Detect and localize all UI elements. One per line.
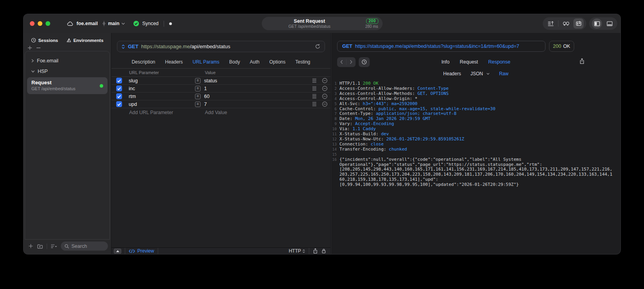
divider [125, 248, 125, 254]
param-value-field[interactable]: 60 [204, 94, 312, 99]
tab-request[interactable]: Request [460, 59, 478, 65]
tab-url-params[interactable]: URL Params [193, 59, 219, 65]
tab-json[interactable]: JSON [471, 71, 490, 76]
param-checkbox[interactable] [116, 93, 122, 99]
row-options-icon[interactable] [312, 86, 317, 91]
code-icon [129, 249, 135, 253]
history-forward-button[interactable] [347, 57, 356, 67]
editor-footer: Preview HTTP [111, 247, 330, 254]
response-line: 16{"incidents":null,"overall":{"code":"o… [331, 157, 620, 187]
status-code-badge: 200 [366, 18, 378, 24]
sent-request-subtitle: GET /api/embed/status [288, 24, 330, 29]
param-row: inc=1 [111, 85, 330, 93]
equals-chip-icon: = [195, 94, 201, 99]
request-item-title: Request [31, 80, 103, 86]
preview-button[interactable]: Preview [129, 248, 154, 254]
param-value-field[interactable]: 1 [204, 86, 312, 91]
param-value-field[interactable]: status [204, 78, 312, 84]
delete-row-icon[interactable] [322, 93, 328, 99]
clock-icon [31, 38, 36, 43]
param-value-field[interactable]: 7 [204, 102, 312, 107]
param-name-field[interactable]: rtm [129, 94, 193, 99]
zoom-window-button[interactable] [46, 21, 50, 26]
tab-raw[interactable]: Raw [499, 71, 509, 76]
send-receive-panel-button[interactable] [573, 18, 584, 29]
add-url-parameter-field[interactable]: Add URL Parameter [129, 110, 205, 115]
project-info: foe.email main Synced [67, 14, 172, 33]
row-options-icon[interactable] [312, 102, 317, 107]
url-params-table: URL Parameter Value slug=statusinc=1rtm=… [111, 68, 330, 117]
row-options-icon[interactable] [312, 94, 317, 99]
search-placeholder: Search [71, 244, 87, 249]
response-url-bar[interactable]: GET https://statuspage.me/api/embed/stat… [337, 41, 545, 52]
chevron-down-icon [31, 70, 35, 73]
param-name-field[interactable]: upd [129, 102, 193, 107]
response-method: GET [342, 44, 352, 49]
delete-row-icon[interactable] [322, 101, 328, 107]
remove-request-icon[interactable] [36, 45, 41, 50]
sidebar-item-request[interactable]: Request GET /api/embed/status [27, 77, 108, 94]
sent-request-pill[interactable]: Sent Request GET /api/embed/status 200 2… [262, 17, 383, 30]
divider [47, 244, 47, 249]
new-folder-button[interactable] [37, 244, 43, 249]
request-url-bar[interactable]: GET https://statuspage.me/api/embed/stat… [117, 41, 325, 52]
share-icon[interactable] [313, 248, 318, 254]
tree-group-foe-email[interactable]: Foe.email [25, 55, 109, 66]
tab-info[interactable]: Info [441, 59, 450, 65]
request-editor: GET https://statuspage.me/api/embed/stat… [111, 33, 331, 254]
request-method[interactable]: GET [128, 44, 139, 49]
toggle-bottom-panel-button[interactable] [604, 18, 615, 29]
param-name-field[interactable]: inc [129, 86, 193, 91]
collapse-panel-button[interactable] [114, 249, 121, 254]
toggle-left-sidebar-button[interactable] [592, 18, 602, 29]
sort-lines-button[interactable] [545, 18, 556, 29]
param-checkbox[interactable] [116, 101, 122, 107]
tab-body[interactable]: Body [229, 59, 240, 65]
history-clock-button[interactable] [359, 57, 370, 67]
sync-status-label: Synced [142, 21, 159, 26]
add-request-icon[interactable] [27, 45, 32, 50]
add-value-field[interactable]: Add Value [205, 110, 227, 115]
request-duration: 280 ms [365, 24, 378, 29]
request-tabs: DescriptionHeadersURL ParamsBodyAuthOpti… [111, 58, 330, 66]
tab-response[interactable]: Response [488, 59, 510, 65]
param-checkbox[interactable] [116, 85, 122, 91]
history-back-button[interactable] [337, 57, 346, 67]
divider [164, 21, 164, 27]
delete-row-icon[interactable] [322, 85, 328, 91]
branch-selector[interactable]: main [102, 20, 125, 27]
param-name-field[interactable]: slug [129, 78, 193, 84]
tab-environments[interactable]: Environments [66, 38, 104, 43]
url-path[interactable]: /api/embed/status [190, 44, 230, 49]
row-options-icon[interactable] [312, 78, 317, 83]
chevron-right-icon [31, 59, 34, 63]
new-request-button[interactable] [28, 244, 33, 249]
response-tabs: InfoRequestResponse [337, 57, 615, 67]
protocol-selector[interactable]: HTTP [289, 248, 305, 254]
url-host[interactable]: https://statuspage.me [141, 44, 190, 49]
tab-headers[interactable]: Headers [443, 71, 461, 76]
tree-group-hsp[interactable]: HSP [25, 66, 109, 76]
minimize-window-button[interactable] [38, 21, 42, 26]
response-body[interactable]: 1HTTP/1.1 200 OK2Access-Control-Allow-He… [331, 81, 620, 254]
tab-headers[interactable]: Headers [165, 59, 182, 65]
sort-list-button[interactable] [51, 244, 57, 249]
tab-sessions[interactable]: Sessions [31, 38, 58, 43]
search-input[interactable]: Search [61, 242, 108, 251]
project-name[interactable]: foe.email [77, 21, 98, 26]
tab-auth[interactable]: Auth [250, 59, 259, 65]
response-status-text: OK [563, 44, 570, 49]
param-row: rtm=60 [111, 93, 330, 100]
tab-options[interactable]: Options [269, 59, 285, 65]
close-window-button[interactable] [30, 21, 35, 26]
method-stepper-icon[interactable] [121, 44, 125, 49]
export-icon[interactable] [579, 58, 585, 64]
param-checkbox[interactable] [116, 78, 122, 84]
sync-loop-icon[interactable] [561, 18, 571, 29]
tab-description[interactable]: Description [131, 59, 155, 65]
lock-icon[interactable] [321, 248, 326, 254]
tab-testing[interactable]: Testing [296, 59, 310, 65]
search-icon [64, 244, 69, 249]
reload-icon[interactable] [315, 44, 321, 49]
delete-row-icon[interactable] [322, 78, 328, 84]
